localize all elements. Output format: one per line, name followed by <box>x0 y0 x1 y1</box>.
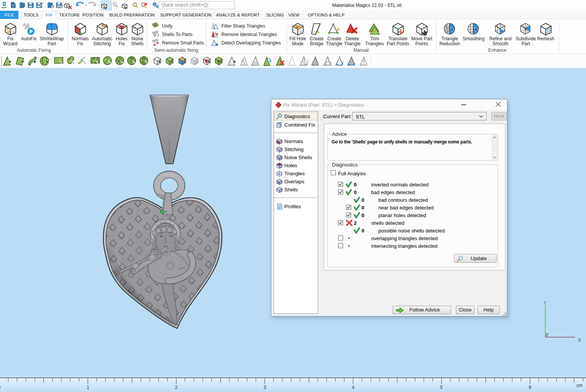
svg-text:3: 3 <box>264 385 266 390</box>
svg-text:5: 5 <box>440 385 443 390</box>
svg-text:0: 0 <box>0 385 1 390</box>
svg-text:6: 6 <box>529 385 532 390</box>
svg-text:Y: Y <box>543 300 546 305</box>
svg-text:2: 2 <box>175 385 178 390</box>
svg-text:4: 4 <box>352 385 355 390</box>
svg-text:1: 1 <box>87 385 89 390</box>
svg-text:X: X <box>578 338 581 343</box>
svg-text:cm: cm <box>576 383 583 388</box>
